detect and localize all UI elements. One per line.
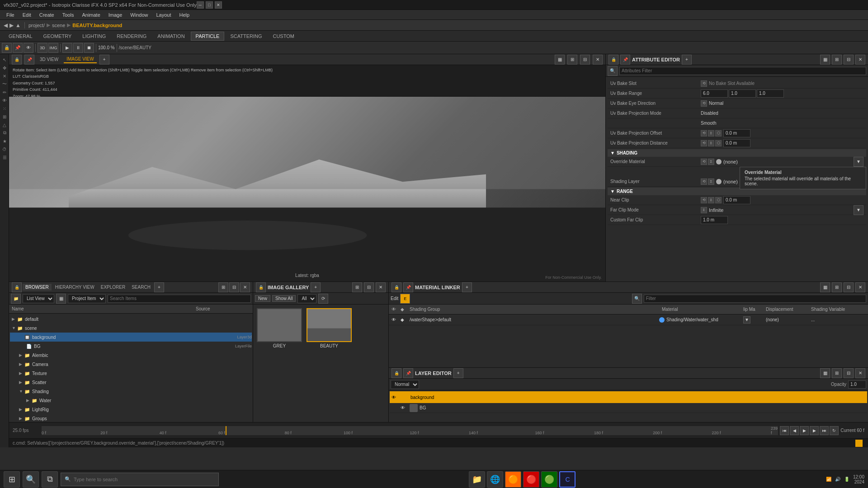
gallery-add-btn[interactable]: + [311,282,321,292]
tree-item-scatter[interactable]: ▶ 📁 Scatter [10,378,252,387]
mat-row-lipma-icon1[interactable]: ▼ [743,316,750,324]
taskbar-windows-btn[interactable]: ⊞ [4,471,20,488]
browser-layout1-btn[interactable]: ⊞ [218,282,228,292]
gallery-close-btn[interactable]: ✕ [376,282,386,292]
gallery-new-btn[interactable]: New [255,295,270,302]
menu-layout[interactable]: Layout [152,11,175,19]
toolbar-render-btn[interactable]: ▶ [62,43,72,53]
tab-lighting[interactable]: LIGHTING [77,32,111,41]
tab-general[interactable]: GENERAL [4,32,38,41]
attr-layout3-btn[interactable]: ⊟ [844,55,854,65]
uv-bake-eye-icon[interactable]: ⟲ [701,100,707,107]
mat-filter-input[interactable] [644,295,866,303]
attr-layout1-btn[interactable]: ▦ [820,55,830,65]
layer-row-bg[interactable]: 👁 BG [390,403,867,413]
layer-lock-btn[interactable]: 🔒 [392,368,401,378]
taskbar-browser-btn[interactable]: 🌐 [487,471,503,488]
toolbar-3d-view-btn[interactable]: 3D [38,43,47,53]
browser-new-folder-btn[interactable]: 📁 [11,294,21,304]
breadcrumb-scene[interactable]: scene [52,23,65,28]
gallery-lock-btn[interactable]: 🔒 [256,282,266,292]
nav-back-btn[interactable]: ◀ [4,22,8,28]
mat-close-btn[interactable]: ✕ [855,282,865,292]
taskbar-app2-btn[interactable]: 🔴 [523,471,539,488]
tab-rendering[interactable]: RENDERING [112,32,151,41]
mat-row-0[interactable]: 👁 ◆ /waterShape>default Shading/Water/wa… [389,314,868,325]
opacity-input[interactable] [848,380,866,389]
viewport-layout3-btn[interactable]: ⊟ [580,55,590,65]
tab-scattering[interactable]: SCATTERING [225,32,267,41]
tab-explorer[interactable]: EXPLORER [98,284,128,291]
tree-item-camera[interactable]: ▶ 📁 Camera [10,360,252,369]
transport-start-btn[interactable]: ⏮ [780,426,789,435]
tab-custom[interactable]: CUSTOM [268,32,299,41]
attr-layout2-btn[interactable]: ⊞ [832,55,842,65]
viewport-canvas[interactable]: Latest: rgba For Non-Commercial Use Only… [9,97,605,282]
toolbar-lock-btn[interactable]: 🔒 [2,43,12,53]
sidebar-fx-icon[interactable]: ★ [1,137,8,145]
tree-item-texture[interactable]: ▶ 📁 Texture [10,369,252,378]
viewport-pin-btn[interactable]: 📌 [24,55,34,65]
layer-close-btn[interactable]: ✕ [855,368,865,378]
browser-search-input[interactable] [108,295,251,303]
gallery-show-all-btn[interactable]: Show All [272,295,296,302]
tree-item-default[interactable]: ▶ 📁 default [10,314,252,324]
tab-animation[interactable]: ANIMATION [152,32,189,41]
sidebar-select-icon[interactable]: ↖ [1,56,8,63]
near-clip-icon2[interactable]: Σ [708,197,714,203]
sidebar-move-icon[interactable]: ✥ [1,64,8,71]
uv-bake-slot-icon1[interactable]: ⟲ [701,80,707,87]
tab-image-view[interactable]: IMAGE VIEW [64,56,97,63]
sidebar-eye-icon[interactable]: 👁 [1,97,8,104]
uv-bake-range-input3[interactable] [757,89,784,98]
viewport-lock-btn[interactable]: 🔒 [12,55,22,65]
override-material-icon2[interactable]: Σ [708,159,714,165]
taskbar-task-view-btn[interactable]: ⧉ [42,471,58,488]
menu-animate[interactable]: Animate [78,11,104,19]
gallery-item-grey[interactable]: GREY [257,308,302,348]
menu-help[interactable]: Help [176,11,193,19]
breadcrumb-project[interactable]: project/ [28,23,45,28]
browser-lock-btn[interactable]: 🔒 [12,282,22,292]
shading-section-header[interactable]: ▼ SHADING [608,149,866,157]
custom-far-clip-input[interactable] [701,216,728,224]
tab-search[interactable]: SEARCH [129,284,153,291]
taskbar-search-input[interactable] [74,477,215,482]
far-clip-mode-dropdown[interactable]: ▼ [854,205,863,215]
near-clip-icon3[interactable]: ⬡ [715,197,722,203]
attr-add-btn[interactable]: + [682,55,692,65]
toolbar-eye-btn[interactable]: 👁 [24,43,33,53]
sidebar-geometry-icon[interactable]: △ [1,121,8,128]
override-material-dropdown[interactable]: ▼ [854,157,863,167]
layer-vis-icon[interactable]: 👁 [392,395,399,400]
tab-particle[interactable]: PARTICLE [191,32,225,41]
tree-item-background[interactable]: 🔲 background Layer3d [10,333,252,342]
taskbar-file-manager-btn[interactable]: 📁 [469,471,485,488]
transport-play-btn[interactable]: ▶ [800,426,809,435]
toolbar-pause-btn[interactable]: ⏸ [73,43,83,53]
sidebar-misc-icon[interactable]: ☰ [1,154,8,161]
gallery-filter-dropdown[interactable]: All [297,294,316,303]
browser-add-btn[interactable]: + [154,282,164,292]
nav-up-btn[interactable]: ▲ [15,22,21,28]
taskbar-clarisse-btn[interactable]: C [559,471,576,488]
sidebar-x-icon[interactable]: ✕ [1,72,8,80]
layer-add-btn[interactable]: + [453,368,463,378]
uv-bake-dist-icon3[interactable]: ⬡ [715,140,722,146]
sidebar-anim-icon[interactable]: ⏱ [1,145,8,153]
layer-bg-vis-icon[interactable]: 👁 [401,405,408,410]
browser-layout2-btn[interactable]: ⊟ [229,282,239,292]
shading-layer-icon1[interactable]: ⟲ [701,178,707,185]
tree-item-bg[interactable]: 📄 BG LayerFile [10,342,252,351]
layer-mode-dropdown[interactable]: Normal [391,380,419,389]
transport-loop-btn[interactable]: ↻ [830,426,839,435]
sidebar-scatter-icon[interactable]: ⁙ [1,105,8,112]
viewport-layout1-btn[interactable]: ▦ [555,55,565,65]
tree-item-groups[interactable]: ▶ 📁 Groups [10,414,252,422]
browser-close-btn[interactable]: ✕ [240,282,250,292]
layer-layout3-btn[interactable]: ⊟ [844,368,854,378]
tree-item-lightrig[interactable]: ▶ 📁 LightRig [10,405,252,414]
toolbar-pin-btn[interactable]: 📌 [13,43,23,53]
tree-item-alembic[interactable]: ▶ 📁 Alembic [10,351,252,360]
gallery-item-beauty[interactable]: BEAUTY [307,308,352,348]
